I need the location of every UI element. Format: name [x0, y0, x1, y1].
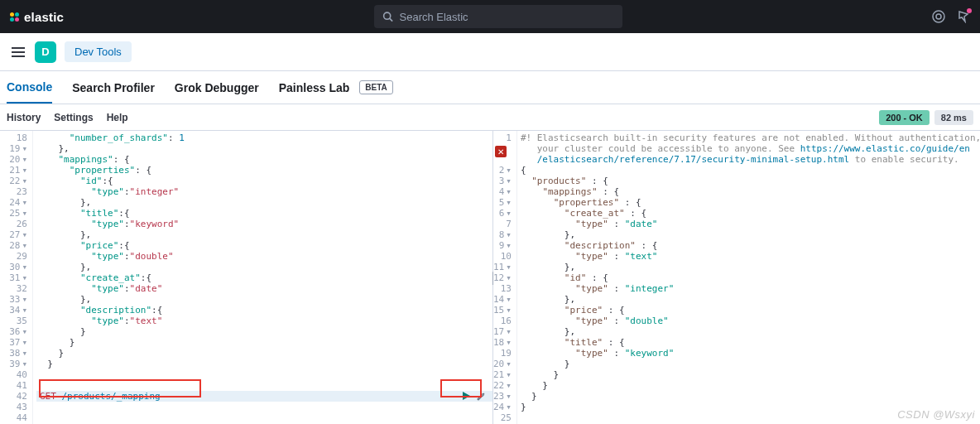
breadcrumb-devtools[interactable]: Dev Tools [65, 41, 132, 62]
notification-dot [967, 8, 972, 13]
app-header: elastic [0, 0, 980, 33]
subbar-help[interactable]: Help [107, 112, 128, 123]
brand-name: elastic [24, 10, 64, 24]
response-time: 82 ms [934, 110, 973, 125]
console-subbar: HistorySettingsHelp 200 - OK 82 ms [0, 104, 980, 131]
tab-grok-debugger[interactable]: Grok Debugger [175, 73, 259, 103]
watermark: CSDN @Wsxyi [897, 408, 975, 421]
subbar-settings[interactable]: Settings [54, 112, 93, 123]
response-gutter: 1 2▾3▾4▾5▾6▾78▾9▾1011▾12▾1314▾15▾1617▾18… [493, 131, 517, 424]
request-code[interactable]: "number_of_shards": 1 }, "mappings": { "… [33, 131, 492, 424]
elastic-logo-icon [10, 12, 19, 22]
newsfeed-icon[interactable] [957, 10, 970, 23]
response-code[interactable]: #! Elasticsearch built-in security featu… [517, 131, 980, 424]
beta-badge: BETA [359, 80, 392, 94]
menu-icon[interactable] [10, 44, 26, 60]
svg-line-1 [389, 18, 392, 21]
brand-logo[interactable]: elastic [10, 10, 64, 24]
play-icon[interactable] [461, 391, 471, 401]
svg-point-2 [933, 11, 944, 22]
help-icon[interactable] [932, 10, 945, 23]
svg-point-0 [383, 12, 390, 19]
tab-search-profiler[interactable]: Search Profiler [72, 73, 155, 103]
request-gutter: 1819▾20▾21▾22▾2324▾25▾2627▾28▾2930▾31▾32… [0, 131, 33, 424]
subbar-history[interactable]: History [7, 112, 41, 123]
tab-console[interactable]: Console [7, 72, 52, 104]
wrench-icon[interactable] [476, 391, 486, 401]
console-editor: 1819▾20▾21▾22▾2324▾25▾2627▾28▾2930▾31▾32… [0, 131, 980, 424]
svg-point-3 [936, 14, 941, 19]
status-code: 200 - OK [879, 110, 930, 125]
space-avatar[interactable]: D [35, 41, 56, 63]
nav-toolbar: D Dev Tools [0, 33, 980, 71]
devtools-tabs: ConsoleSearch ProfilerGrok DebuggerPainl… [0, 71, 980, 104]
search-icon [382, 11, 393, 22]
tab-painless-lab[interactable]: Painless Lab [279, 73, 350, 103]
global-search[interactable] [374, 5, 622, 28]
response-pane: ✕ 1 2▾3▾4▾5▾6▾78▾9▾1011▾12▾1314▾15▾1617▾… [493, 131, 980, 424]
svg-marker-7 [463, 392, 470, 400]
dismiss-warning-icon[interactable]: ✕ [495, 146, 507, 157]
request-pane: 1819▾20▾21▾22▾2324▾25▾2627▾28▾2930▾31▾32… [0, 131, 493, 424]
search-input[interactable] [400, 11, 614, 23]
